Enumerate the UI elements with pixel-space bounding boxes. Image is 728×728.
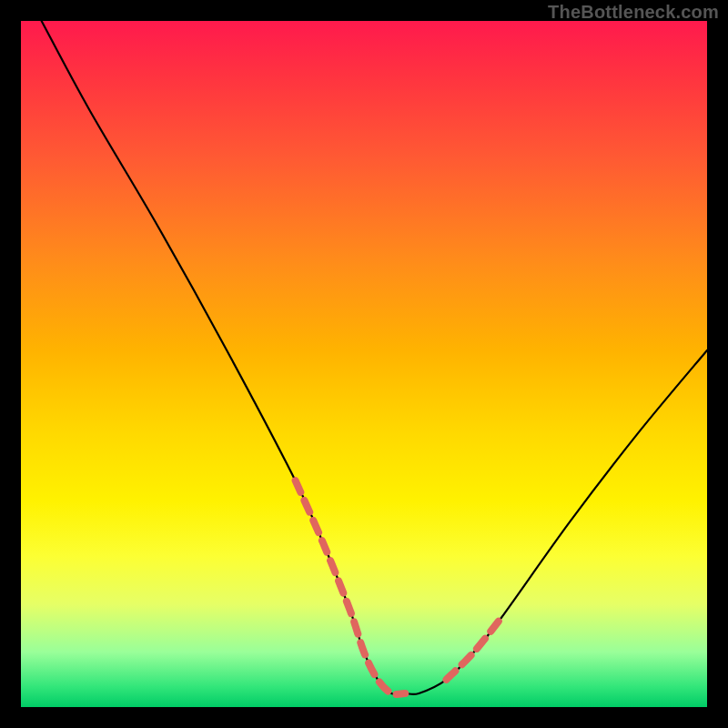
curve-highlight-right: [446, 618, 500, 680]
chart-svg: [21, 21, 707, 707]
watermark-text: TheBottleneck.com: [548, 2, 719, 23]
curve-main: [42, 21, 707, 694]
chart-area: [21, 21, 707, 707]
curve-highlight-left: [296, 480, 406, 694]
